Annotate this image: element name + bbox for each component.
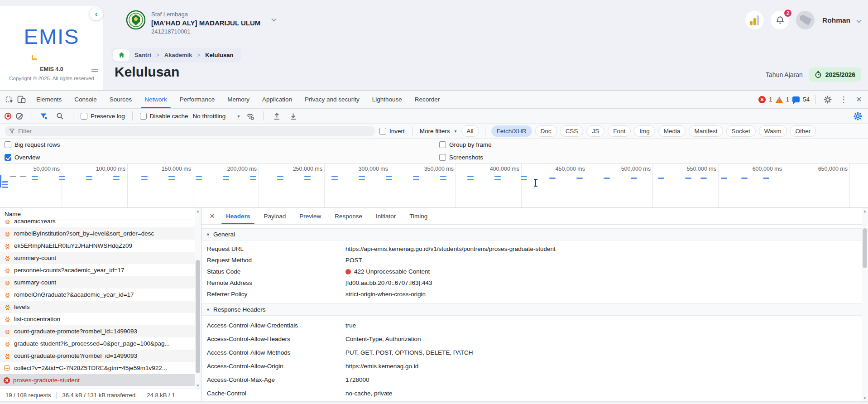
detail-tab-payload[interactable]: Payload — [259, 208, 290, 224]
institution-switcher[interactable]: Staf Lembaga [MA'HAD ALY] MADARIJUL ULUM… — [126, 10, 276, 35]
filter-chip-wasm[interactable]: Wasm — [759, 125, 787, 137]
breadcrumb-item-kelulusan[interactable]: Kelulusan — [205, 52, 233, 58]
request-list-column-header[interactable]: Name — [0, 208, 201, 220]
detail-tab-headers[interactable]: Headers — [221, 208, 254, 224]
detail-tab-preview[interactable]: Preview — [295, 208, 326, 224]
import-har-button[interactable] — [271, 110, 283, 122]
detail-close-button[interactable]: × — [205, 211, 219, 221]
filter-chip-socket[interactable]: Socket — [726, 125, 756, 137]
network-overview-timeline[interactable]: 50,000 ms100,000 ms150,000 ms200,000 ms2… — [0, 164, 868, 208]
breadcrumb-item-santri[interactable]: Santri — [134, 52, 151, 58]
filter-chip-media[interactable]: Media — [658, 125, 686, 137]
detail-scrollbar[interactable]: ▲ ▼ — [862, 208, 868, 401]
preserve-log-checkbox[interactable]: Preserve log — [81, 113, 125, 120]
filter-chip-img[interactable]: Img — [634, 125, 655, 137]
devtools-tab-lighthouse[interactable]: Lighthouse — [369, 91, 406, 108]
breadcrumb-item-akademik[interactable]: Akademik — [164, 52, 192, 58]
devtools-tab-privacy-and-security[interactable]: Privacy and security — [301, 91, 363, 108]
big-request-rows-checkbox[interactable]: Big request rows — [5, 141, 60, 148]
section-header-response-headers[interactable]: ▼Response Headers — [201, 303, 862, 316]
scroll-down-arrow-icon[interactable]: ▼ — [862, 395, 868, 401]
message-bubble-icon[interactable] — [792, 96, 800, 102]
timeline-request-mark — [359, 176, 365, 177]
detail-tab-timing[interactable]: Timing — [405, 208, 432, 224]
device-toolbar-icon — [17, 95, 26, 104]
throttling-select[interactable]: No throttling ▾ — [193, 113, 240, 120]
network-conditions-button[interactable] — [244, 110, 256, 122]
devtools-settings-button[interactable] — [822, 94, 834, 106]
request-row-proses-graduate-student[interactable]: proses-graduate-student — [0, 374, 195, 386]
request-name: personnel-counts?academic_year_id=17 — [14, 267, 125, 274]
devtools-tab-network[interactable]: Network — [141, 91, 171, 108]
academic-year-selector[interactable]: 2025/2026 — [809, 67, 861, 82]
request-row-list-concentration[interactable]: {;}list-concentration — [0, 313, 195, 325]
request-row-count-graduate-promote-rombel-id-1499093[interactable]: {;}count-graduate-promote?rombel_id=1499… — [0, 350, 195, 362]
stats-button[interactable] — [745, 11, 764, 29]
device-toolbar-button[interactable] — [15, 94, 27, 106]
request-row-rombelbyinstitution-sort-by-level-sort-o[interactable]: {;}rombelByInstitution?sort_by=level&sor… — [0, 227, 195, 240]
devtools-tab-memory[interactable]: Memory — [224, 91, 253, 108]
request-row-count-graduate-promote-rombel-id-1499093[interactable]: {;}count-graduate-promote?rombel_id=1499… — [0, 325, 195, 337]
filter-chip-css[interactable]: CSS — [560, 125, 584, 137]
invert-checkbox[interactable]: Invert — [379, 128, 405, 135]
devtools-tab-performance[interactable]: Performance — [176, 91, 218, 108]
scroll-down-arrow-icon[interactable]: ▼ — [195, 382, 201, 389]
filter-chip-other[interactable]: Other — [790, 125, 816, 137]
filter-chip-font[interactable]: Font — [608, 125, 631, 137]
error-icon[interactable] — [758, 96, 766, 103]
filter-chip-manifest[interactable]: Manifest — [689, 125, 723, 137]
request-row-levels[interactable]: {;}levels — [0, 301, 195, 313]
scrollbar-thumb[interactable] — [196, 260, 200, 373]
devtools-tab-sources[interactable]: Sources — [106, 91, 136, 108]
filter-chip-fetch-xhr[interactable]: Fetch/XHR — [491, 125, 532, 137]
devtools-tab-recorder[interactable]: Recorder — [411, 91, 444, 108]
filter-chip-js[interactable]: JS — [586, 125, 604, 137]
devtools-tab-console[interactable]: Console — [71, 91, 101, 108]
network-settings-button[interactable] — [852, 110, 863, 122]
breadcrumb-home-button[interactable] — [113, 49, 129, 61]
clear-network-log-button[interactable] — [16, 113, 23, 120]
filter-toggle-button[interactable] — [38, 110, 49, 122]
filter-chip-doc[interactable]: Doc — [535, 125, 557, 137]
request-row-graduate-student-is-processed-0-per-page[interactable]: {;}graduate-student?is_processed=0&per_p… — [0, 337, 195, 350]
search-button[interactable] — [54, 110, 66, 122]
request-row-summary-count[interactable]: {;}summary-count — [0, 276, 195, 289]
more-filters-dropdown[interactable]: More filters ▾ — [420, 128, 457, 135]
detail-tab-response[interactable]: Response — [330, 208, 367, 224]
request-row-collect-v-2-tid-g-7n28z5tdre-gtm-45je59m[interactable]: collect?v=2&tid=G-7N28Z5TDRE&gtm=45je59m… — [0, 362, 195, 374]
timeline-request-mark — [604, 178, 610, 179]
breadcrumb-separator: > — [156, 52, 159, 58]
filter-input[interactable]: Filter — [5, 126, 375, 136]
section-header-general[interactable]: ▼General — [201, 228, 862, 240]
request-row-rombelongraduate-academic-year-id-17[interactable]: {;}rombelOnGraduate?&academic_year_id=17 — [0, 289, 195, 301]
request-name: graduate-student?is_processed=0&per_page… — [14, 340, 170, 347]
timeline-request-mark — [494, 176, 501, 177]
devtools-menu-button[interactable]: ⋮ — [837, 95, 850, 105]
request-row-summary-count[interactable]: {;}summary-count — [0, 252, 195, 264]
devtools-tab-elements[interactable]: Elements — [33, 91, 65, 108]
request-list-scrollbar[interactable]: ▲ ▼ — [195, 208, 201, 389]
request-row-academicyears[interactable]: {;}academicYears — [0, 220, 195, 227]
filter-chip-all[interactable]: All — [461, 125, 479, 137]
warning-icon[interactable] — [776, 96, 783, 103]
scrollbar-thumb[interactable] — [863, 228, 867, 268]
devtools-close-button[interactable]: × — [854, 94, 864, 105]
scroll-up-arrow-icon[interactable]: ▲ — [195, 208, 201, 214]
sidebar-collapse-button[interactable]: ‹ — [90, 7, 103, 20]
scroll-up-arrow-icon[interactable]: ▲ — [862, 208, 868, 214]
record-network-log-button[interactable] — [5, 113, 11, 120]
detail-tab-initiator[interactable]: Initiator — [371, 208, 400, 224]
devtools-tab-application[interactable]: Application — [259, 91, 296, 108]
overview-checkbox[interactable]: Overview — [5, 154, 40, 161]
avatar[interactable] — [796, 11, 815, 29]
disable-cache-checkbox[interactable]: Disable cache — [140, 113, 188, 120]
inspect-element-button[interactable] — [4, 94, 15, 106]
request-row-ek5ermpnaetlr0tuyzjhahnwshdqzz09[interactable]: {;}ek5ERmpNaEtLR0tuYzJHaHNWSHdqZz09 — [0, 240, 195, 252]
screenshots-checkbox[interactable]: Screenshots — [439, 154, 483, 161]
notifications-button[interactable]: 2 — [771, 11, 789, 29]
group-by-frame-checkbox[interactable]: Group by frame — [439, 141, 492, 148]
request-row-personnel-counts-academic-year-id-17[interactable]: {;}personnel-counts?academic_year_id=17 — [0, 264, 195, 276]
header-row: Access-Control-Allow-Originhttps://emis.… — [201, 359, 862, 373]
chevron-down-icon[interactable] — [856, 18, 861, 23]
export-har-button[interactable] — [287, 110, 299, 122]
